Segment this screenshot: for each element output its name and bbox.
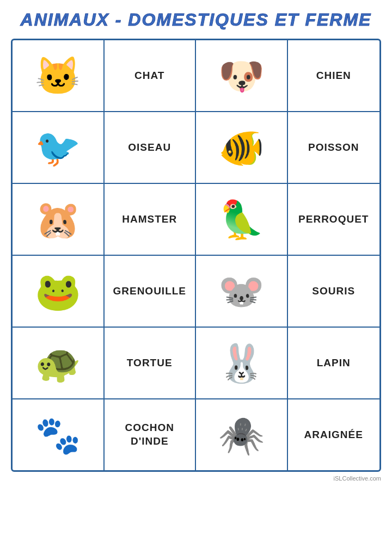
grid-cell-1-2: 🐠 [196, 112, 288, 183]
grid-cell-0-2: 🐶 [196, 40, 288, 111]
animal-label-grenouille: GRENOUILLE [113, 285, 186, 298]
animal-image-cochon-dinde: 🐾 [16, 405, 100, 465]
grid-row-3: 🐸GRENOUILLE🐭SOURIS [13, 256, 379, 328]
grid-cell-5-1: COCHON D'INDE [105, 399, 197, 470]
animal-image-chien: 🐶 [199, 46, 284, 106]
animal-label-tortue: TORTUE [127, 356, 173, 370]
animal-image-chat: 🐱 [16, 46, 100, 106]
animal-image-poisson: 🐠 [199, 118, 284, 177]
animal-emoji-tortue: 🐢 [35, 344, 81, 381]
grid-cell-4-3: LAPIN [288, 328, 380, 398]
animal-image-araignee: 🕷️ [199, 405, 284, 465]
grid-row-4: 🐢TORTUE🐰LAPIN [13, 328, 379, 399]
animal-emoji-cochon-dinde: 🐾 [35, 416, 81, 453]
animal-image-tortue: 🐢 [16, 333, 100, 393]
animal-label-cochondinde: COCHON D'INDE [108, 421, 192, 448]
grid-cell-3-0: 🐸 [13, 256, 105, 327]
grid-cell-4-0: 🐢 [13, 328, 105, 398]
grid-row-0: 🐱CHAT🐶CHIEN [13, 40, 379, 112]
animal-emoji-lapin: 🐰 [218, 344, 265, 381]
animal-emoji-araignee: 🕷️ [218, 416, 265, 453]
page-title: ANIMAUX - DOMESTIQUES ET FERME [21, 10, 372, 30]
grid-cell-1-3: POISSON [288, 112, 380, 183]
grid-row-2: 🐹HAMSTER🦜PERROQUET [13, 184, 379, 256]
animal-image-hamster: 🐹 [16, 189, 100, 249]
grid-cell-0-1: CHAT [105, 40, 197, 111]
grid-cell-4-1: TORTUE [105, 328, 197, 398]
animal-label-araignée: ARAIGNÉE [304, 428, 363, 442]
grid-cell-0-0: 🐱 [13, 40, 105, 111]
grid-cell-3-1: GRENOUILLE [105, 256, 197, 327]
animal-label-poisson: POISSON [308, 141, 359, 155]
animal-image-oiseau: 🐦 [16, 118, 100, 177]
animal-emoji-oiseau: 🐦 [35, 129, 81, 166]
grid-cell-3-3: SOURIS [288, 256, 380, 327]
grid-row-1: 🐦OISEAU🐠POISSON [13, 112, 379, 184]
grid-cell-1-0: 🐦 [13, 112, 105, 183]
animal-label-chat: CHAT [134, 69, 164, 83]
animal-emoji-poisson: 🐠 [218, 129, 265, 166]
animal-emoji-hamster: 🐹 [35, 201, 81, 238]
grid-cell-2-2: 🦜 [196, 184, 288, 255]
grid-cell-0-3: CHIEN [288, 40, 380, 111]
animal-label-hamster: HAMSTER [122, 213, 177, 226]
animal-label-oiseau: OISEAU [128, 141, 171, 155]
footer-credit: iSLCollective.com [11, 475, 381, 482]
animal-emoji-souris: 🐭 [218, 273, 265, 310]
animal-emoji-chien: 🐶 [218, 57, 265, 94]
grid-cell-2-0: 🐹 [13, 184, 105, 255]
grid-cell-3-2: 🐭 [196, 256, 288, 327]
grid-cell-2-1: HAMSTER [105, 184, 197, 255]
animal-label-perroquet: PERROQUET [298, 213, 369, 226]
grid-cell-2-3: PERROQUET [288, 184, 380, 255]
animal-image-souris: 🐭 [199, 261, 284, 321]
animal-image-perroquet: 🦜 [199, 189, 284, 249]
animal-label-souris: SOURIS [312, 285, 355, 298]
grid-cell-5-3: ARAIGNÉE [288, 399, 380, 470]
animal-grid: 🐱CHAT🐶CHIEN🐦OISEAU🐠POISSON🐹HAMSTER🦜PERRO… [11, 39, 381, 472]
animal-emoji-perroquet: 🦜 [218, 201, 265, 238]
grid-cell-5-0: 🐾 [13, 399, 105, 470]
animal-label-chien: CHIEN [316, 69, 351, 83]
grid-cell-4-2: 🐰 [196, 328, 288, 398]
animal-label-lapin: LAPIN [317, 356, 351, 370]
grid-cell-1-1: OISEAU [105, 112, 197, 183]
grid-row-5: 🐾COCHON D'INDE🕷️ARAIGNÉE [13, 399, 379, 470]
animal-emoji-chat: 🐱 [35, 57, 81, 94]
animal-image-lapin: 🐰 [199, 333, 284, 393]
grid-cell-5-2: 🕷️ [196, 399, 288, 470]
animal-image-grenouille: 🐸 [16, 261, 100, 321]
animal-emoji-grenouille: 🐸 [35, 273, 81, 310]
